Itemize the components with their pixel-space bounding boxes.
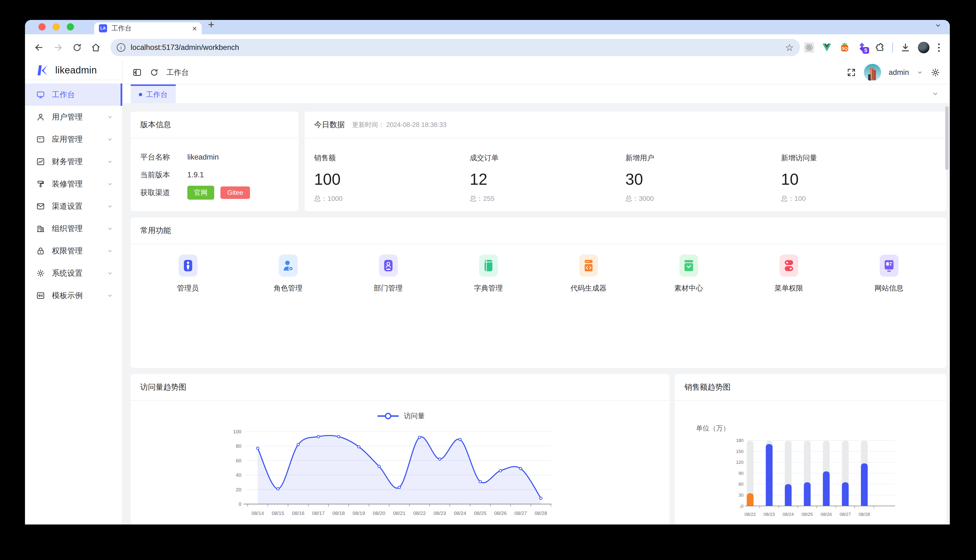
svg-text:08/25: 08/25	[474, 510, 486, 516]
stat-value: 10	[781, 170, 937, 188]
site-info-icon[interactable]: i	[117, 43, 125, 52]
extensions-puzzle-icon[interactable]	[875, 42, 885, 53]
toolbar-separator	[892, 42, 893, 53]
feature-item[interactable]: 字典管理	[438, 255, 538, 293]
stat-total: 总：1000	[314, 194, 470, 203]
sidebar-item-label: 系统设置	[52, 268, 83, 278]
sidebar-item-user[interactable]: 用户管理	[25, 106, 122, 128]
close-window-button[interactable]	[38, 23, 46, 30]
bookmark-star-icon[interactable]: ☆	[785, 42, 794, 53]
tab-list-chevron-icon[interactable]	[934, 22, 942, 29]
stat-label: 新增用户	[625, 153, 781, 163]
user-menu-chevron-icon[interactable]	[917, 69, 923, 76]
tab-close-icon[interactable]: ×	[192, 24, 197, 32]
chevron-down-icon	[107, 270, 113, 277]
feature-item[interactable]: 角色管理	[238, 255, 338, 293]
gitee-button[interactable]: Gitee	[221, 187, 250, 199]
browser-tab[interactable]: LA 工作台 ×	[94, 22, 202, 34]
sales-bar-chart: 030609012015018008/2208/2308/2408/2508/2…	[675, 434, 946, 525]
official-site-button[interactable]: 官网	[187, 186, 214, 200]
svg-text:180: 180	[736, 438, 744, 443]
svg-text:08/16: 08/16	[292, 510, 304, 516]
sidebar-menu: 工作台用户管理应用管理财务管理装修管理渠道设置组织管理权限管理系统设置模板示例	[25, 80, 122, 307]
visits-line-chart: 02040608010008/1408/1508/1608/1708/1808/…	[130, 425, 670, 525]
sidebar-item-template[interactable]: 模板示例	[25, 284, 122, 307]
home-icon[interactable]	[91, 42, 101, 53]
browser-menu-icon[interactable]	[937, 43, 941, 52]
sq-extension-icon[interactable]: SQ	[839, 42, 850, 53]
feature-item[interactable]: 部门管理	[338, 255, 438, 293]
tabbar-dropdown-chevron-icon[interactable]	[932, 90, 939, 97]
sidebar-item-label: 组织管理	[52, 223, 83, 234]
reload-icon[interactable]	[72, 42, 82, 53]
channel-buttons: 官网Gitee	[187, 186, 256, 200]
sidebar-item-decorate[interactable]: 装修管理	[25, 173, 122, 195]
feature-item[interactable]: 管理员	[138, 255, 238, 293]
stat-value: 30	[625, 170, 781, 188]
feature-item[interactable]: 网站信息	[839, 255, 939, 293]
chevron-down-icon	[107, 225, 113, 232]
sidebar-item-gear[interactable]: 系统设置	[25, 262, 122, 284]
feature-item[interactable]: 代码生成器	[538, 255, 638, 293]
svg-text:08/22: 08/22	[744, 512, 756, 517]
back-icon[interactable]	[33, 42, 44, 53]
content-scrollbar[interactable]	[945, 106, 949, 170]
svg-text:08/18: 08/18	[333, 510, 345, 516]
decorate-icon	[36, 180, 45, 188]
browser-profile-avatar[interactable]	[918, 42, 929, 53]
username-label[interactable]: admin	[889, 68, 909, 77]
feature-label: 网站信息	[875, 283, 904, 293]
feature-item[interactable]: 菜单权限	[739, 255, 839, 293]
visits-trend-card: 访问量趋势图 访问量 02040608010008/1408/1508/1608…	[130, 374, 670, 525]
user-icon	[36, 113, 45, 122]
url-bar[interactable]: i localhost:5173/admin/workbench ☆	[110, 39, 800, 56]
sidebar-item-lock[interactable]: 权限管理	[25, 240, 122, 262]
url-text[interactable]: localhost:5173/admin/workbench	[130, 43, 785, 52]
settings-gear-icon[interactable]	[931, 68, 940, 77]
refresh-page-icon[interactable]	[150, 68, 159, 77]
zoom-window-button[interactable]	[67, 23, 74, 30]
sidebar-item-app[interactable]: 应用管理	[25, 128, 122, 150]
svg-text:08/28: 08/28	[859, 512, 870, 517]
visits-legend[interactable]: 访问量	[130, 411, 670, 421]
stat-total: 总：100	[781, 194, 937, 203]
sales-chart-title: 销售额趋势图	[675, 374, 946, 401]
svg-text:08/17: 08/17	[312, 510, 325, 516]
platform-name-row: 平台名称 likeadmin	[140, 148, 289, 166]
updated-time-label: 更新时间： 2024-08-28 18:36:33	[352, 120, 446, 129]
app-logo-text: likeadmin	[55, 65, 97, 76]
sidebar-item-label: 权限管理	[52, 246, 83, 256]
svg-text:08/14: 08/14	[251, 510, 264, 516]
fullscreen-icon[interactable]	[847, 68, 856, 77]
svg-text:08/23: 08/23	[764, 512, 775, 517]
app-logo[interactable]: likeadmin	[25, 61, 122, 80]
downloads-icon[interactable]	[900, 42, 911, 53]
feature-item[interactable]: 素材中心	[638, 255, 739, 293]
org-icon	[36, 224, 45, 233]
version-info-card: 版本信息 平台名称 likeadmin 当前版本 1.9.1 获	[130, 112, 299, 211]
sidebar-item-monitor[interactable]: 工作台	[25, 83, 122, 106]
react-devtools-icon[interactable]	[804, 42, 814, 53]
svg-text:08/26: 08/26	[494, 510, 507, 516]
tab-workbench[interactable]: 工作台	[130, 85, 176, 103]
sidebar-item-org[interactable]: 组织管理	[25, 217, 122, 240]
role-icon	[279, 255, 297, 277]
minimize-window-button[interactable]	[53, 23, 60, 30]
svg-text:08/19: 08/19	[353, 510, 365, 516]
purple-extension-icon[interactable]: 5	[857, 42, 868, 53]
svg-text:0: 0	[239, 501, 242, 507]
feature-label: 管理员	[177, 283, 199, 293]
stat-total: 总：255	[470, 194, 625, 203]
stat-label: 成交订单	[470, 153, 625, 163]
sidebar-item-channel[interactable]: 渠道设置	[25, 195, 122, 217]
sidebar-item-finance[interactable]: 财务管理	[25, 150, 122, 173]
tab-favicon: LA	[99, 24, 107, 32]
new-tab-button[interactable]: +	[208, 20, 214, 30]
user-avatar[interactable]	[864, 64, 881, 81]
svg-text:80: 80	[236, 443, 241, 449]
feature-label: 代码生成器	[571, 283, 607, 293]
collapse-sidebar-icon[interactable]	[132, 68, 142, 77]
vue-devtools-icon[interactable]	[822, 42, 832, 53]
version-card-title: 版本信息	[130, 112, 299, 138]
svg-text:08/26: 08/26	[821, 512, 832, 517]
